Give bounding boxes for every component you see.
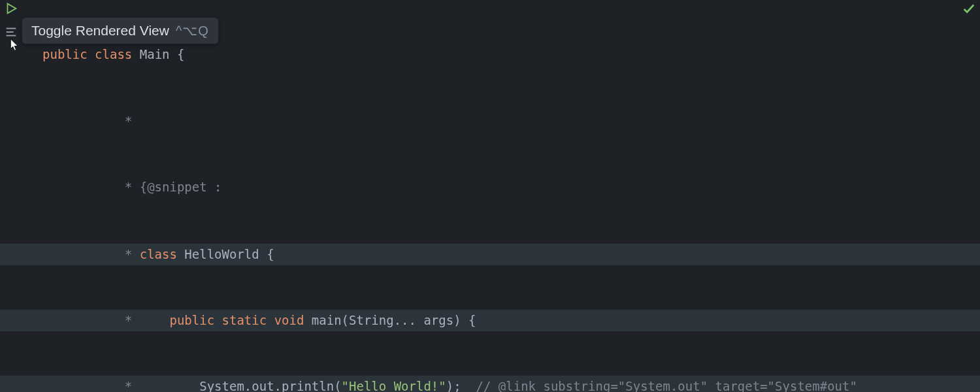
- snippet-line: * class HelloWorld {: [0, 244, 980, 266]
- code-editor[interactable]: public class Main { * * {@snippet : * cl…: [42, 0, 980, 392]
- mouse-cursor-icon: [8, 38, 22, 54]
- tooltip-label: Toggle Rendered View: [31, 23, 169, 39]
- tooltip: Toggle Rendered View ^⌥Q: [22, 18, 218, 44]
- run-icon[interactable]: [4, 1, 18, 16]
- editor-gutter: [0, 0, 26, 392]
- tooltip-shortcut: ^⌥Q: [176, 23, 209, 39]
- toggle-rendered-view-icon[interactable]: [4, 25, 18, 39]
- svg-marker-0: [8, 4, 16, 14]
